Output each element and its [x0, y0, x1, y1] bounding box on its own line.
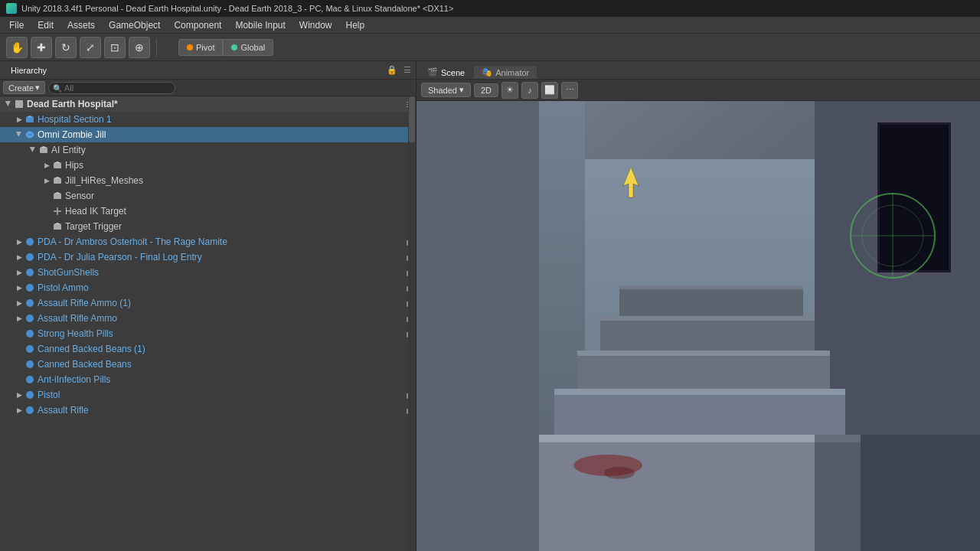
scene-root-item[interactable]: ▶ Dead Earth Hospital* ☰ — [0, 96, 416, 112]
svg-rect-47 — [619, 285, 803, 316]
svg-rect-43 — [577, 350, 830, 389]
svg-rect-38 — [880, 125, 949, 270]
svg-point-28 — [26, 406, 34, 414]
scale-tool-button[interactable]: ⤢ — [80, 37, 101, 58]
list-item[interactable]: ▶ Pistol ▶ — [0, 387, 416, 403]
tab-scene[interactable]: 🎬 Scene — [420, 66, 472, 79]
pivot-button[interactable]: Pivot — [178, 39, 223, 56]
list-item[interactable]: ▶ ShotGunShells ▶ — [0, 265, 416, 280]
twod-label: 2D — [481, 86, 492, 95]
hierarchy-menu-icon[interactable]: ☰ — [403, 65, 411, 75]
toolbar-separator-1 — [156, 38, 157, 57]
lighting-toggle-button[interactable]: ☀ — [501, 82, 518, 99]
scene-expand-arrow: ▶ — [3, 98, 14, 109]
scene-tab-icon: 🎬 — [427, 67, 438, 77]
ik-target-icon — [52, 206, 63, 217]
twod-button[interactable]: 2D — [474, 83, 498, 97]
menu-edit[interactable]: Edit — [31, 18, 60, 32]
pivot-global-group: Pivot Global — [178, 39, 273, 56]
svg-rect-49 — [416, 101, 539, 551]
animator-tab-icon: 🎭 — [482, 67, 492, 77]
svg-rect-1 — [26, 117, 34, 122]
pivot-dot-icon — [187, 44, 193, 51]
scene-render — [416, 101, 980, 551]
svg-marker-12 — [54, 192, 61, 194]
move-tool-button[interactable]: ✚ — [31, 37, 52, 58]
global-button[interactable]: Global — [223, 39, 273, 56]
svg-point-17 — [26, 238, 34, 246]
sphere-icon — [24, 344, 35, 354]
list-item[interactable]: Strong Health Pills ▶ — [0, 326, 416, 341]
list-item[interactable]: Canned Backed Beans (1) — [0, 341, 416, 357]
list-item[interactable]: ▶ PDA - Dr Ambros Osterholt - The Rage N… — [0, 234, 416, 249]
item-label: Canned Backed Beans (1) — [38, 344, 145, 354]
sphere-icon — [24, 298, 35, 308]
svg-rect-44 — [577, 350, 830, 356]
svg-marker-2 — [26, 116, 34, 117]
rotate-tool-button[interactable]: ↻ — [55, 37, 77, 58]
menu-window[interactable]: Window — [293, 18, 338, 32]
list-item[interactable]: Head IK Target — [0, 204, 416, 219]
list-item[interactable]: ▶ Assault Rifle Ammo (1) ▶ — [0, 295, 416, 311]
list-item[interactable]: ▶ Assault Rifle Ammo ▶ — [0, 311, 416, 326]
scene-viewport[interactable] — [416, 101, 980, 551]
sphere-icon — [24, 236, 35, 247]
expand-arrow: ▶ — [28, 144, 38, 155]
menu-file[interactable]: File — [3, 18, 30, 32]
list-item[interactable]: ▶ Hospital Section 1 — [0, 112, 416, 127]
animator-tab-label: Animator — [495, 68, 529, 77]
menu-assets[interactable]: Assets — [61, 18, 101, 32]
rect-tool-button[interactable]: ⊡ — [104, 37, 126, 58]
menu-component[interactable]: Component — [168, 18, 227, 32]
svg-point-19 — [26, 269, 34, 276]
expand-arrow: ▶ — [14, 313, 24, 324]
list-item[interactable]: Ant-iInfection Pills — [0, 372, 416, 387]
expand-arrow: ▶ — [14, 252, 24, 262]
create-button[interactable]: Create ▾ — [3, 81, 45, 94]
svg-marker-50 — [815, 435, 980, 551]
list-item[interactable]: ▶ Assault Rifle ▶ — [0, 403, 416, 418]
list-item[interactable]: Target Trigger — [0, 219, 416, 234]
menu-help[interactable]: Help — [340, 18, 371, 32]
toolbar: ✋ ✚ ↻ ⤢ ⊡ ⊕ Pivot Global — [0, 34, 980, 61]
scrollbar-thumb[interactable] — [409, 96, 415, 142]
list-item[interactable]: ▶ Hips — [0, 158, 416, 173]
menu-gameobject[interactable]: GameObject — [103, 18, 166, 32]
hierarchy-content[interactable]: ▶ Dead Earth Hospital* ☰ ▶ Hospital Sect… — [0, 96, 416, 551]
item-label: AI Entity — [51, 145, 86, 155]
svg-rect-46 — [600, 316, 815, 321]
item-label: Hospital Section 1 — [38, 114, 112, 125]
expand-arrow: ▶ — [41, 160, 52, 171]
scene-area: 🎬 Scene 🎭 Animator Shaded ▾ 2D ☀ ♪ ⬜ ⋯ — [416, 61, 980, 551]
search-input[interactable] — [48, 82, 175, 94]
svg-rect-40 — [531, 435, 861, 442]
item-label: Ant-iInfection Pills — [38, 374, 110, 385]
audio-toggle-button[interactable]: ♪ — [521, 82, 538, 99]
shading-mode-arrow: ▾ — [459, 85, 464, 95]
list-item[interactable]: ▶ Pistol Ammo ▶ — [0, 280, 416, 295]
list-item[interactable]: ▶ AI Entity — [0, 142, 416, 158]
list-item[interactable]: Canned Backed Beans — [0, 357, 416, 372]
shading-mode-button[interactable]: Shaded ▾ — [421, 83, 471, 97]
lock-icon[interactable]: 🔒 — [387, 65, 397, 75]
list-item[interactable]: ▶ Jill_HiRes_Meshes — [0, 173, 416, 188]
item-label: Omni Zombie Jill — [38, 129, 106, 140]
item-label: PDA - Dr Ambros Osterholt - The Rage Nam… — [38, 236, 227, 247]
sphere-icon — [24, 390, 35, 400]
menu-mobileinput[interactable]: Mobile Input — [229, 18, 291, 32]
hierarchy-scrollbar[interactable] — [408, 96, 416, 551]
item-label: Target Trigger — [65, 221, 122, 232]
svg-marker-6 — [40, 146, 47, 148]
list-item[interactable]: Sensor — [0, 188, 416, 204]
hand-tool-button[interactable]: ✋ — [6, 37, 28, 58]
scene-camera-button[interactable]: ⋯ — [561, 82, 578, 99]
hierarchy-tab[interactable]: Hierarchy — [5, 64, 53, 77]
svg-point-27 — [26, 391, 34, 399]
tab-animator[interactable]: 🎭 Animator — [474, 66, 537, 79]
svg-marker-8 — [54, 161, 61, 163]
list-item[interactable]: ▶ Omni Zombie Jill — [0, 127, 416, 142]
fx-toggle-button[interactable]: ⬜ — [541, 82, 558, 99]
transform-tool-button[interactable]: ⊕ — [129, 37, 150, 58]
list-item[interactable]: ▶ PDA - Dr Julia Pearson - Final Log Ent… — [0, 249, 416, 265]
svg-rect-39 — [531, 435, 861, 551]
